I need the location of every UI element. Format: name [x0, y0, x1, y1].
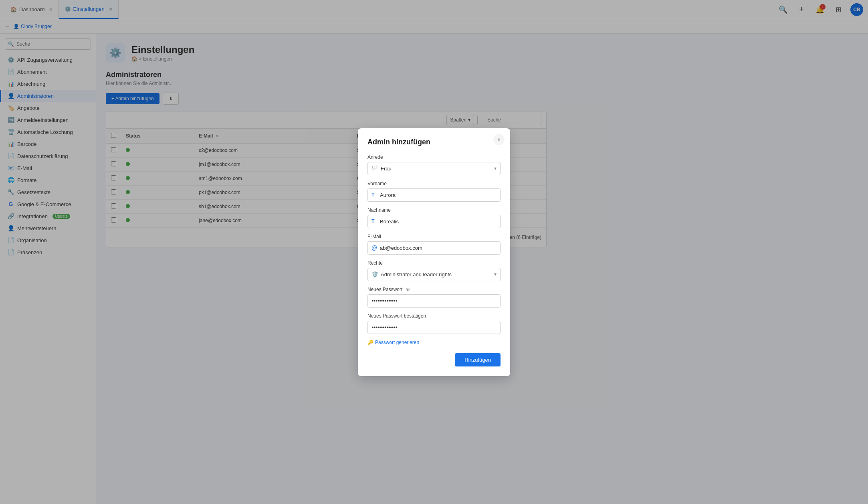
vorname-input-wrap: T	[367, 188, 501, 202]
vorname-label: Vorname	[367, 181, 501, 186]
rechte-select-wrap: 🛡️ Administrator and leader rights Super…	[367, 268, 501, 281]
modal-overlay[interactable]: Admin hinzufügen × Anrede 🏳️ Frau Herr D…	[0, 0, 868, 504]
form-group-password-confirm: Neues Passwort bestätigen	[367, 313, 501, 334]
form-group-vorname: Vorname T	[367, 181, 501, 202]
modal-close-button[interactable]: ×	[493, 134, 505, 145]
password-input[interactable]	[367, 294, 501, 308]
submit-button[interactable]: Hinzufügen	[455, 353, 501, 366]
form-group-anrede: Anrede 🏳️ Frau Herr Divers ▾	[367, 154, 501, 175]
eye-label-icon: 👁	[406, 287, 410, 292]
email-input[interactable]	[367, 241, 501, 255]
flag-icon: 🏳️	[371, 165, 378, 172]
password-label: Neues Passwort 👁	[367, 287, 501, 292]
form-group-password: Neues Passwort 👁	[367, 287, 501, 308]
password-wrap	[367, 294, 501, 308]
modal-add-admin: Admin hinzufügen × Anrede 🏳️ Frau Herr D…	[358, 128, 510, 376]
email-label: E-Mail	[367, 234, 501, 239]
password-confirm-wrap	[367, 321, 501, 334]
anrede-select[interactable]: Frau Herr Divers	[367, 162, 501, 175]
nachname-input[interactable]	[367, 215, 501, 228]
password-confirm-input[interactable]	[367, 321, 501, 334]
text-icon-nachname: T	[371, 219, 374, 224]
text-icon-vorname: T	[371, 192, 374, 198]
email-input-wrap: @	[367, 241, 501, 255]
generate-password-link[interactable]: 🔑 Passwort generieren	[367, 340, 501, 345]
password-confirm-label: Neues Passwort bestätigen	[367, 313, 501, 319]
nachname-input-wrap: T	[367, 215, 501, 228]
generate-label: Passwort generieren	[375, 340, 419, 345]
vorname-input[interactable]	[367, 188, 501, 202]
generate-icon: 🔑	[367, 340, 373, 345]
modal-title: Admin hinzufügen	[367, 138, 501, 146]
form-group-nachname: Nachname T	[367, 207, 501, 228]
form-group-email: E-Mail @	[367, 234, 501, 255]
rechte-select[interactable]: Administrator and leader rights Super ad…	[367, 268, 501, 281]
form-group-rechte: Rechte 🛡️ Administrator and leader right…	[367, 260, 501, 281]
rechte-label: Rechte	[367, 260, 501, 266]
anrede-label: Anrede	[367, 154, 501, 160]
anrede-select-wrap: 🏳️ Frau Herr Divers ▾	[367, 162, 501, 175]
modal-footer: Hinzufügen	[367, 353, 501, 366]
shield-icon: 🛡️	[371, 271, 378, 277]
at-icon: @	[371, 245, 377, 251]
nachname-label: Nachname	[367, 207, 501, 213]
